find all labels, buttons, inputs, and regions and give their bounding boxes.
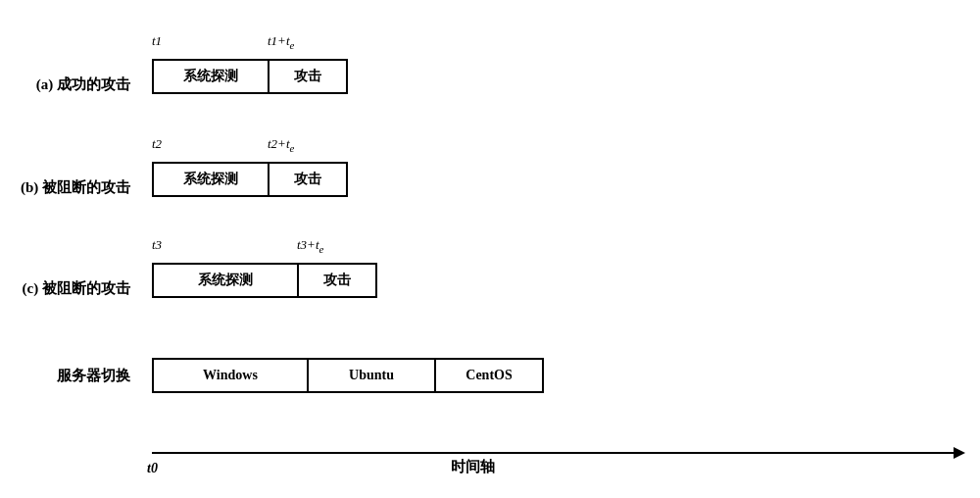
time-t3: t3 xyxy=(152,237,162,253)
row-a: (a) 成功的攻击 t1 t1+te 系统探测 攻击 xyxy=(20,59,348,94)
block-ubuntu: Ubuntu xyxy=(309,358,436,393)
time-t1: t1 xyxy=(152,33,162,49)
time-t2te: t2+te xyxy=(268,136,294,154)
time-t3te: t3+te xyxy=(297,237,323,255)
block-a-probe: 系统探测 xyxy=(152,59,270,94)
time-t1te: t1+te xyxy=(268,33,294,51)
block-centos: CentOS xyxy=(436,358,544,393)
block-b-attack: 攻击 xyxy=(270,162,348,197)
blocks-b: t2 t2+te 系统探测 攻击 xyxy=(152,162,348,197)
blocks-d: Windows Ubuntu CentOS xyxy=(152,358,544,393)
blocks-a: t1 t1+te 系统探测 攻击 xyxy=(152,59,348,94)
block-b-probe: 系统探测 xyxy=(152,162,270,197)
time-axis xyxy=(152,452,956,454)
label-b: (b) 被阻断的攻击 xyxy=(20,178,142,197)
diagram: (a) 成功的攻击 t1 t1+te 系统探测 攻击 (b) 被阻断的攻击 t2… xyxy=(0,0,980,498)
row-b: (b) 被阻断的攻击 t2 t2+te 系统探测 攻击 xyxy=(20,162,348,197)
block-c-attack: 攻击 xyxy=(299,263,377,298)
row-d: 服务器切换 Windows Ubuntu CentOS xyxy=(20,358,544,393)
label-a: (a) 成功的攻击 xyxy=(20,75,142,94)
block-c-probe: 系统探测 xyxy=(152,263,299,298)
axis-t0-label: t0 xyxy=(147,461,158,476)
row-c: (c) 被阻断的攻击 t3 t3+te 系统探测 攻击 xyxy=(20,263,377,298)
label-d: 服务器切换 xyxy=(20,367,142,385)
label-c: (c) 被阻断的攻击 xyxy=(20,279,142,298)
block-windows: Windows xyxy=(152,358,309,393)
blocks-c: t3 t3+te 系统探测 攻击 xyxy=(152,263,377,298)
time-t2: t2 xyxy=(152,136,162,152)
axis-timeline-label: 时间轴 xyxy=(451,458,495,476)
block-a-attack: 攻击 xyxy=(270,59,348,94)
